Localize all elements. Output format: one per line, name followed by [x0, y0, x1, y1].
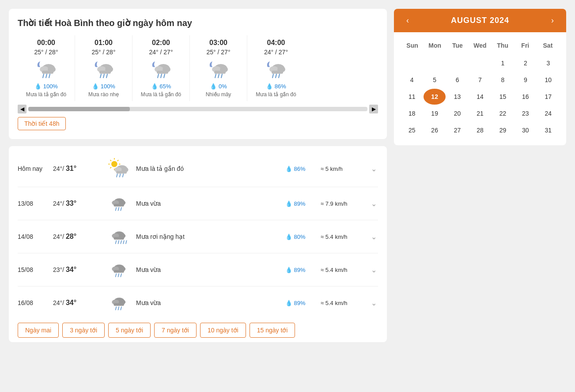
cal-day[interactable]: 2 — [514, 55, 536, 71]
svg-line-18 — [158, 74, 159, 78]
daily-card: Hôm nay 24°/ 31° Mưa là tả gần đó 💧 86% … — [9, 146, 387, 342]
prev-month-btn[interactable]: ‹ — [403, 16, 412, 25]
svg-line-11 — [100, 74, 101, 78]
cal-day[interactable]: 21 — [469, 106, 491, 121]
day-range-btn[interactable]: 10 ngày tới — [200, 323, 246, 338]
svg-rect-47 — [116, 171, 127, 173]
cal-day[interactable]: 20 — [446, 106, 468, 121]
day-range-btn[interactable]: 3 ngày tới — [62, 323, 105, 338]
svg-rect-31 — [272, 71, 283, 74]
day-range-btn[interactable]: 5 ngày tới — [108, 323, 151, 338]
cal-day[interactable]: 24 — [537, 106, 559, 121]
daily-expand-btn[interactable]: ⌄ — [369, 165, 378, 173]
hourly-item: 01:00 25° / 28° 💧 100% Mưa rào nhẹ — [75, 35, 132, 101]
btn-48h[interactable]: Thời tiết 48h — [18, 117, 66, 130]
daily-wind: ≈ 5.4 km/h — [321, 267, 369, 273]
calendar-month-year: AUGUST 2024 — [451, 16, 509, 25]
hourly-item: 02:00 24° / 27° 💧 65% Mưa là tả gần đó — [132, 35, 190, 101]
day-range-btn[interactable]: 15 ngày tới — [250, 323, 295, 338]
svg-line-49 — [120, 174, 121, 177]
hourly-icon — [148, 58, 174, 80]
svg-line-19 — [161, 74, 162, 78]
svg-line-79 — [118, 307, 119, 310]
cal-weekday-label: Mon — [424, 39, 446, 52]
cal-day[interactable]: 11 — [401, 89, 423, 105]
cal-day[interactable]: 4 — [401, 72, 423, 88]
svg-line-32 — [272, 74, 273, 78]
hourly-time: 02:00 — [138, 39, 184, 47]
cal-day[interactable]: 15 — [492, 89, 514, 105]
cal-day[interactable]: 25 — [401, 122, 423, 138]
cal-day[interactable]: 27 — [446, 122, 468, 138]
hourly-icon — [91, 58, 117, 80]
next-month-btn[interactable]: › — [548, 16, 557, 25]
cal-day[interactable]: 14 — [469, 89, 491, 105]
daily-expand-btn[interactable]: ⌄ — [369, 299, 378, 307]
cal-days: ....123456789101112131415161718192021222… — [401, 55, 559, 138]
hourly-temp: 25° / 27° — [195, 49, 242, 56]
cal-weekdays: SunMonTueWedThuFriSat — [401, 39, 559, 52]
cal-day[interactable]: 31 — [537, 122, 559, 138]
cal-day[interactable]: 1 — [492, 55, 514, 71]
cal-day[interactable]: 3 — [537, 55, 559, 71]
cal-day[interactable]: 19 — [424, 106, 445, 121]
svg-line-4 — [43, 74, 44, 78]
cal-day[interactable]: 9 — [514, 72, 536, 88]
hourly-temp: 24° / 27° — [138, 49, 184, 56]
daily-desc: Mưa rơi nặng hạt — [136, 233, 285, 240]
daily-temp: 24°/ 31° — [53, 165, 106, 173]
cal-day[interactable]: 22 — [492, 106, 514, 121]
cal-day[interactable]: 26 — [424, 122, 445, 138]
cal-day[interactable]: 8 — [492, 72, 514, 88]
cal-day[interactable]: 29 — [492, 122, 514, 138]
svg-line-42 — [117, 160, 119, 161]
hourly-scroll-wrapper: 00:00 25° / 28° 💧 100% Mưa là tả gần đó … — [18, 35, 378, 101]
cal-day[interactable]: 28 — [469, 122, 491, 138]
cal-day[interactable]: 23 — [514, 106, 536, 121]
daily-row: 14/08 24°/ 28° Mưa rơi nặng hạt 💧 80% ≈ … — [18, 220, 378, 253]
svg-line-33 — [276, 74, 276, 78]
hourly-time: 00:00 — [23, 39, 69, 47]
svg-line-13 — [106, 74, 107, 78]
cal-day-empty: . — [424, 55, 445, 71]
cal-day[interactable]: 12 — [424, 89, 445, 105]
cal-day[interactable]: 5 — [424, 72, 445, 88]
cal-day[interactable]: 10 — [537, 72, 559, 88]
svg-line-72 — [118, 274, 119, 277]
daily-expand-btn[interactable]: ⌄ — [369, 266, 378, 274]
cal-day[interactable]: 30 — [514, 122, 536, 138]
scroll-left-btn[interactable]: ◀ — [18, 105, 26, 113]
hourly-temp: 25° / 28° — [23, 49, 69, 56]
day-range-btn[interactable]: 7 ngày tới — [154, 323, 197, 338]
hourly-item: 03:00 25° / 27° 💧 0% Nhiều mây — [190, 35, 247, 101]
cal-day[interactable]: 6 — [446, 72, 468, 88]
svg-line-50 — [123, 174, 124, 177]
hourly-temp: 24° / 27° — [253, 49, 299, 56]
day-range-btn[interactable]: Ngày mai — [18, 323, 59, 338]
daily-desc: Mưa là tả gần đó — [136, 165, 285, 172]
daily-date: 13/08 — [18, 200, 53, 207]
daily-wind: ≈ 5 km/h — [321, 166, 369, 172]
svg-line-78 — [116, 307, 117, 310]
daily-row: 16/08 24°/ 34° Mưa vừa 💧 89% ≈ 5.4 km/h … — [18, 286, 378, 319]
cal-day[interactable]: 18 — [401, 106, 423, 121]
svg-line-80 — [121, 307, 121, 310]
hourly-container: 00:00 25° / 28° 💧 100% Mưa là tả gần đó … — [18, 35, 378, 101]
scroll-right-btn[interactable]: ▶ — [369, 105, 378, 113]
hourly-rain: 💧 100% — [80, 83, 127, 90]
daily-date: Hôm nay — [18, 165, 53, 172]
cal-day[interactable]: 7 — [469, 72, 491, 88]
svg-line-20 — [164, 74, 165, 78]
hourly-time: 03:00 — [195, 39, 242, 47]
hourly-rain: 💧 0% — [195, 83, 242, 90]
hourly-time: 01:00 — [80, 39, 127, 47]
cal-day-empty: . — [446, 55, 468, 71]
cal-day[interactable]: 16 — [514, 89, 536, 105]
daily-expand-btn[interactable]: ⌄ — [369, 233, 378, 241]
daily-expand-btn[interactable]: ⌄ — [369, 200, 378, 208]
daily-date: 15/08 — [18, 266, 53, 273]
cal-day[interactable]: 17 — [537, 89, 559, 105]
cal-day[interactable]: 13 — [446, 89, 468, 105]
cal-weekday-label: Tue — [446, 39, 469, 52]
day-buttons: Ngày mai3 ngày tới5 ngày tới7 ngày tới10… — [18, 323, 378, 338]
